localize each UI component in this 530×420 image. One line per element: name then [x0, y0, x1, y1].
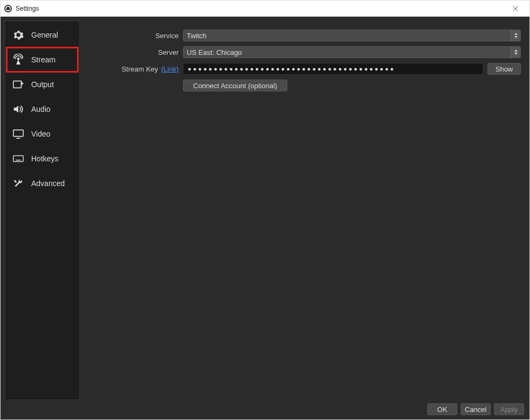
sidebar-item-label: Output — [31, 80, 54, 89]
sidebar-item-stream[interactable]: Stream — [6, 47, 78, 72]
server-dropdown[interactable]: US East: Chicago — [183, 46, 521, 58]
sidebar-item-label: General — [31, 31, 58, 39]
sidebar: General Stream Output — [6, 22, 79, 399]
titlebar: Settings — [1, 1, 529, 17]
window-title: Settings — [16, 5, 39, 12]
sidebar-item-general[interactable]: General — [6, 23, 78, 47]
show-button[interactable]: Show — [487, 63, 521, 75]
close-button[interactable] — [505, 1, 526, 16]
server-value: US East: Chicago — [187, 48, 242, 56]
monitor-icon — [11, 127, 26, 140]
speaker-icon — [11, 103, 26, 116]
antenna-icon — [11, 53, 26, 66]
dropdown-spinner-icon — [511, 30, 520, 41]
sidebar-item-advanced[interactable]: Advanced — [6, 171, 78, 196]
app-icon — [4, 4, 12, 13]
svg-rect-10 — [13, 130, 23, 137]
sidebar-item-video[interactable]: Video — [6, 122, 78, 146]
sidebar-item-label: Stream — [31, 55, 55, 64]
apply-button[interactable]: Apply — [494, 403, 524, 415]
svg-point-8 — [18, 58, 19, 60]
connect-account-button[interactable]: Connect Account (optional) — [183, 80, 287, 91]
stream-key-label: Stream Key (Link) — [84, 65, 183, 73]
svg-rect-11 — [13, 156, 23, 162]
sidebar-item-output[interactable]: Output — [6, 72, 78, 97]
sidebar-item-label: Advanced — [31, 179, 65, 188]
content-panel: Service Twitch Server US East: Chicago — [84, 22, 525, 399]
svg-rect-9 — [13, 81, 22, 88]
server-label: Server — [84, 48, 183, 56]
svg-point-4 — [9, 6, 10, 7]
service-label: Service — [84, 32, 183, 40]
sidebar-item-label: Audio — [31, 105, 51, 113]
sidebar-item-label: Video — [31, 130, 51, 138]
sidebar-item-audio[interactable]: Audio — [6, 97, 78, 122]
settings-window: Settings General Stream — [0, 0, 530, 420]
cancel-button[interactable]: Cancel — [461, 403, 491, 415]
tools-icon — [11, 177, 26, 190]
gear-icon — [11, 29, 26, 41]
service-value: Twitch — [187, 32, 207, 40]
stream-key-link[interactable]: (Link) — [161, 65, 179, 73]
keyboard-icon — [11, 152, 26, 165]
svg-point-5 — [8, 10, 9, 11]
svg-point-3 — [6, 6, 7, 7]
footer: OK Cancel Apply — [6, 403, 525, 415]
service-dropdown[interactable]: Twitch — [183, 30, 521, 41]
sidebar-item-hotkeys[interactable]: Hotkeys — [6, 146, 78, 171]
ok-button[interactable]: OK — [427, 403, 457, 415]
stream-key-input[interactable] — [183, 63, 483, 75]
output-icon — [11, 78, 26, 91]
sidebar-item-label: Hotkeys — [31, 154, 59, 163]
dropdown-spinner-icon — [511, 47, 520, 58]
